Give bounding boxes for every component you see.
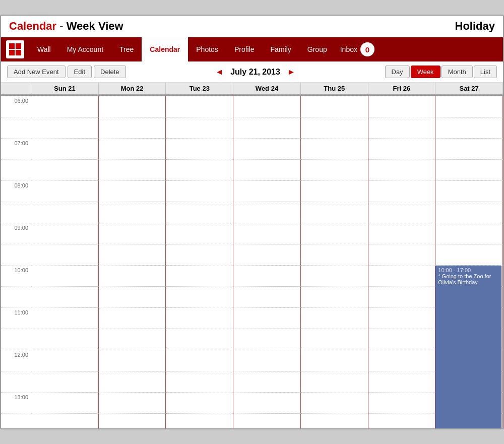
day-cell-col2-row2[interactable]	[99, 138, 166, 159]
day-cell-col6-row14[interactable]	[368, 392, 436, 413]
day-cell-col5-row7[interactable]	[301, 244, 368, 265]
day-cell-col7-row0[interactable]	[435, 96, 503, 117]
day-cell-col3-row13[interactable]	[166, 371, 233, 392]
day-cell-col4-row12[interactable]	[233, 350, 301, 371]
next-week-button[interactable]: ►	[285, 67, 297, 78]
day-cell-col6-row3[interactable]	[368, 159, 436, 180]
day-cell-col2-row4[interactable]	[99, 180, 166, 202]
day-cell-col3-row6[interactable]	[166, 223, 233, 244]
day-cell-col7-row8[interactable]: 10:00 - 17:00 * Going to the Zoo for Oli…	[435, 265, 503, 286]
day-cell-col4-row8[interactable]	[233, 265, 301, 286]
day-cell-col3-row15[interactable]	[166, 413, 233, 428]
day-cell-col6-row13[interactable]	[368, 371, 436, 392]
day-cell-col4-row2[interactable]	[233, 138, 301, 159]
day-cell-col4-row0[interactable]	[233, 96, 301, 117]
day-cell-col2-row9[interactable]	[99, 286, 166, 307]
day-cell-col4-row15[interactable]	[233, 413, 301, 428]
day-cell-col7-row2[interactable]	[435, 138, 503, 159]
day-cell-col2-row14[interactable]	[99, 392, 166, 413]
delete-button[interactable]: Delete	[94, 66, 126, 78]
day-cell-col1-row9[interactable]	[31, 286, 99, 307]
day-cell-col2-row0[interactable]	[99, 96, 166, 117]
day-cell-col1-row5[interactable]	[31, 202, 99, 223]
day-cell-col4-row9[interactable]	[233, 286, 301, 307]
day-cell-col4-row13[interactable]	[233, 371, 301, 392]
day-cell-col6-row15[interactable]	[368, 413, 436, 428]
day-cell-col6-row2[interactable]	[368, 138, 436, 159]
day-cell-col2-row15[interactable]	[99, 413, 166, 428]
day-cell-col1-row15[interactable]	[31, 413, 99, 428]
day-cell-col1-row14[interactable]	[31, 392, 99, 413]
day-cell-col7-row4[interactable]	[435, 180, 503, 202]
day-cell-col5-row12[interactable]	[301, 350, 368, 371]
day-cell-col6-row8[interactable]	[368, 265, 436, 286]
day-cell-col5-row6[interactable]	[301, 223, 368, 244]
day-cell-col6-row12[interactable]	[368, 350, 436, 371]
day-cell-col1-row4[interactable]	[31, 180, 99, 202]
day-cell-col1-row3[interactable]	[31, 159, 99, 180]
day-cell-col5-row8[interactable]	[301, 265, 368, 286]
day-cell-col3-row12[interactable]	[166, 350, 233, 371]
day-cell-col5-row0[interactable]	[301, 96, 368, 117]
nav-item-tree[interactable]: Tree	[111, 37, 142, 61]
edit-button[interactable]: Edit	[68, 66, 92, 78]
day-cell-col1-row1[interactable]	[31, 117, 99, 138]
day-cell-col6-row7[interactable]	[368, 244, 436, 265]
day-cell-col2-row5[interactable]	[99, 202, 166, 223]
day-cell-col1-row6[interactable]	[31, 223, 99, 244]
day-cell-col5-row14[interactable]	[301, 392, 368, 413]
nav-item-wall[interactable]: Wall	[29, 37, 59, 61]
day-cell-col3-row7[interactable]	[166, 244, 233, 265]
day-cell-col3-row1[interactable]	[166, 117, 233, 138]
day-cell-col5-row3[interactable]	[301, 159, 368, 180]
week-view-button[interactable]: Week	[411, 66, 440, 78]
day-cell-col6-row5[interactable]	[368, 202, 436, 223]
day-cell-col4-row6[interactable]	[233, 223, 301, 244]
day-cell-col5-row4[interactable]	[301, 180, 368, 202]
day-cell-col1-row11[interactable]	[31, 329, 99, 350]
day-cell-col2-row10[interactable]	[99, 307, 166, 329]
day-cell-col2-row13[interactable]	[99, 371, 166, 392]
day-cell-col7-row3[interactable]	[435, 159, 503, 180]
day-cell-col4-row1[interactable]	[233, 117, 301, 138]
day-cell-col5-row13[interactable]	[301, 371, 368, 392]
day-cell-col6-row9[interactable]	[368, 286, 436, 307]
day-cell-col2-row12[interactable]	[99, 350, 166, 371]
day-cell-col3-row9[interactable]	[166, 286, 233, 307]
day-cell-col5-row2[interactable]	[301, 138, 368, 159]
day-cell-col3-row8[interactable]	[166, 265, 233, 286]
day-cell-col4-row3[interactable]	[233, 159, 301, 180]
nav-item-myaccount[interactable]: My Account	[59, 37, 111, 61]
day-cell-col3-row2[interactable]	[166, 138, 233, 159]
day-cell-col3-row14[interactable]	[166, 392, 233, 413]
add-event-button[interactable]: Add New Event	[7, 66, 66, 78]
day-cell-col7-row6[interactable]	[435, 223, 503, 244]
day-cell-col5-row11[interactable]	[301, 329, 368, 350]
day-cell-col3-row4[interactable]	[166, 180, 233, 202]
day-cell-col1-row10[interactable]	[31, 307, 99, 329]
day-cell-col6-row10[interactable]	[368, 307, 436, 329]
prev-week-button[interactable]: ◄	[213, 67, 225, 78]
day-cell-col5-row9[interactable]	[301, 286, 368, 307]
nav-item-photos[interactable]: Photos	[188, 37, 226, 61]
nav-item-family[interactable]: Family	[263, 37, 299, 61]
month-view-button[interactable]: Month	[442, 66, 473, 78]
day-cell-col1-row0[interactable]	[31, 96, 99, 117]
day-cell-col2-row8[interactable]	[99, 265, 166, 286]
day-cell-col7-row5[interactable]	[435, 202, 503, 223]
day-cell-col1-row13[interactable]	[31, 371, 99, 392]
day-cell-col1-row12[interactable]	[31, 350, 99, 371]
day-cell-col2-row1[interactable]	[99, 117, 166, 138]
nav-item-group[interactable]: Group	[299, 37, 335, 61]
day-cell-col4-row14[interactable]	[233, 392, 301, 413]
day-cell-col3-row0[interactable]	[166, 96, 233, 117]
calendar-body[interactable]: 06:0007:0008:0009:0010:00 10:00 - 17:00 …	[1, 96, 503, 428]
day-cell-col7-row7[interactable]	[435, 244, 503, 265]
day-cell-col6-row6[interactable]	[368, 223, 436, 244]
day-cell-col5-row1[interactable]	[301, 117, 368, 138]
day-cell-col1-row8[interactable]	[31, 265, 99, 286]
day-cell-col2-row11[interactable]	[99, 329, 166, 350]
nav-item-calendar[interactable]: Calendar	[142, 37, 188, 61]
day-cell-col3-row3[interactable]	[166, 159, 233, 180]
day-cell-col2-row3[interactable]	[99, 159, 166, 180]
